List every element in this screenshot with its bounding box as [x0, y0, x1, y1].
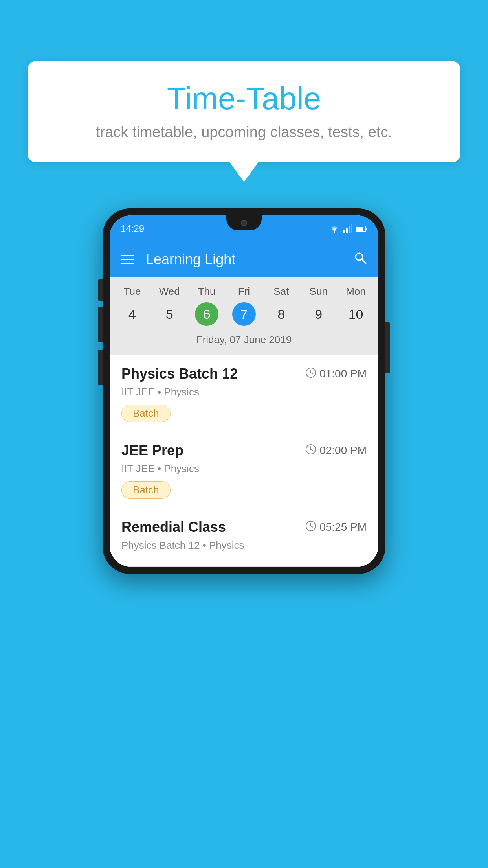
selected-date-label: Friday, 07 June 2019: [110, 331, 378, 351]
hamburger-line-1: [121, 255, 134, 256]
speech-bubble-section: Time-Table track timetable, upcoming cla…: [28, 61, 460, 182]
class-name-1: Physics Batch 12: [121, 366, 238, 382]
class-item-physics-batch-12[interactable]: Physics Batch 12 01:00 PM: [110, 355, 378, 431]
camera-button[interactable]: [98, 350, 103, 385]
day-label-tue: Tue: [114, 284, 151, 299]
speech-bubble-subtitle: track timetable, upcoming classes, tests…: [51, 124, 437, 141]
svg-line-12: [311, 373, 313, 374]
day-label-fri: Fri: [226, 284, 263, 299]
clock-icon-1: [305, 367, 316, 381]
phone-outer-shell: 14:29: [103, 208, 385, 574]
class-meta-1: IIT JEE • Physics: [121, 386, 367, 398]
day-label-sat: Sat: [262, 284, 300, 299]
clock-icon-3: [305, 520, 316, 534]
batch-badge-2: Batch: [121, 481, 171, 499]
svg-rect-2: [346, 228, 348, 233]
volume-up-button[interactable]: [98, 279, 103, 301]
class-item-header-3: Remedial Class 05:25 PM: [121, 519, 367, 535]
day-label-thu: Thu: [188, 284, 226, 299]
class-item-header-2: JEE Prep 02:00 PM: [121, 442, 367, 459]
wifi-icon: [329, 224, 340, 233]
speech-bubble-card: Time-Table track timetable, upcoming cla…: [28, 61, 460, 162]
status-icons: [329, 224, 367, 233]
day-label-wed: Wed: [151, 284, 188, 299]
svg-rect-6: [366, 228, 367, 230]
hamburger-line-2: [121, 259, 134, 260]
svg-line-9: [362, 259, 366, 263]
status-time: 14:29: [121, 223, 144, 234]
class-meta-3: Physics Batch 12 • Physics: [121, 539, 367, 552]
class-item-jee-prep[interactable]: JEE Prep 02:00 PM: [110, 431, 378, 508]
svg-line-18: [311, 526, 313, 527]
power-button[interactable]: [385, 322, 390, 373]
class-meta-2: IIT JEE • Physics: [121, 463, 367, 475]
calendar-day-7-selected[interactable]: 7: [232, 302, 256, 326]
phone-screen: 14:29: [110, 215, 378, 567]
clock-icon-2: [305, 444, 316, 458]
speech-bubble-title: Time-Table: [51, 81, 437, 117]
search-button[interactable]: [353, 251, 367, 268]
class-time-text-2: 02:00 PM: [319, 444, 367, 457]
class-time-1: 01:00 PM: [305, 367, 367, 381]
signal-icon: [343, 224, 352, 233]
calendar-day-6-today[interactable]: 6: [195, 302, 218, 326]
svg-point-0: [334, 232, 335, 233]
class-name-3: Remedial Class: [121, 519, 226, 535]
calendar-day-10[interactable]: 10: [337, 303, 374, 325]
svg-rect-4: [351, 224, 352, 233]
svg-line-15: [311, 449, 313, 451]
calendar-day-numbers: 4 5 6 7 8 9 10: [110, 299, 378, 331]
svg-rect-7: [356, 227, 363, 231]
batch-badge-1: Batch: [121, 405, 171, 422]
calendar-day-4[interactable]: 4: [114, 303, 151, 325]
day-label-mon: Mon: [337, 284, 374, 299]
app-bar: Learning Light: [110, 242, 378, 277]
class-time-text-3: 05:25 PM: [319, 521, 367, 533]
class-time-2: 02:00 PM: [305, 444, 367, 458]
class-item-remedial[interactable]: Remedial Class 05:25 PM: [110, 508, 378, 567]
app-bar-title: Learning Light: [146, 251, 353, 268]
status-bar: 14:29: [110, 215, 378, 242]
volume-down-button[interactable]: [98, 307, 103, 342]
calendar-day-labels: Tue Wed Thu Fri Sat Sun Mon: [110, 284, 378, 299]
hamburger-line-3: [121, 263, 134, 264]
class-name-2: JEE Prep: [121, 442, 183, 459]
notch: [226, 215, 262, 230]
calendar-section: Tue Wed Thu Fri Sat Sun Mon 4 5 6 7 8 9 …: [110, 277, 378, 355]
phone-mockup: 14:29: [103, 208, 385, 574]
day-label-sun: Sun: [300, 284, 337, 299]
svg-rect-1: [343, 230, 345, 233]
front-camera: [241, 220, 247, 226]
calendar-day-9[interactable]: 9: [300, 303, 337, 325]
speech-bubble-arrow: [230, 162, 258, 182]
class-time-3: 05:25 PM: [305, 520, 367, 534]
calendar-day-5[interactable]: 5: [151, 303, 188, 325]
svg-rect-3: [349, 226, 350, 233]
calendar-day-8[interactable]: 8: [262, 303, 300, 325]
class-time-text-1: 01:00 PM: [319, 368, 367, 380]
hamburger-menu-button[interactable]: [121, 255, 134, 264]
battery-icon: [356, 225, 367, 232]
class-item-header-1: Physics Batch 12 01:00 PM: [121, 366, 367, 382]
class-list: Physics Batch 12 01:00 PM: [110, 355, 378, 567]
